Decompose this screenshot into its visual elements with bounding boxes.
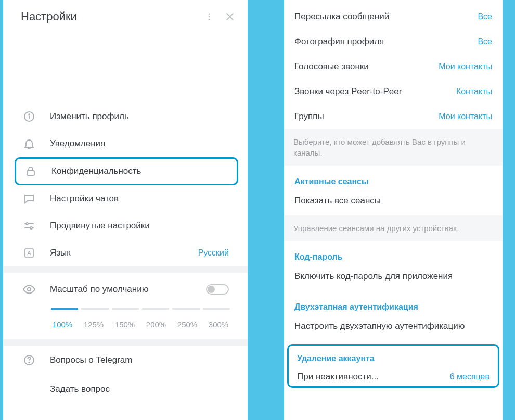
delete-inactivity-row[interactable]: При неактивности... 6 месяцев <box>289 366 498 384</box>
privacy-panel: Пересылка сообщений Все Фотография профи… <box>284 0 503 420</box>
settings-title: Настройки <box>21 10 196 23</box>
svg-point-12 <box>30 227 32 229</box>
language-icon: A <box>22 246 36 260</box>
passcode-head: Код-пароль <box>284 241 503 265</box>
row-value: Мои контакты <box>439 62 492 71</box>
menu-chat-settings[interactable]: Настройки чатов <box>3 185 248 212</box>
bell-icon <box>22 136 36 151</box>
zoom-pct[interactable]: 300% <box>203 320 234 329</box>
row-forwarding[interactable]: Пересылка сообщений Все <box>284 0 503 29</box>
svg-point-17 <box>29 362 30 363</box>
zoom-scale[interactable] <box>3 301 248 320</box>
row-label: Пересылка сообщений <box>294 11 478 22</box>
zoom-toggle[interactable] <box>206 284 229 295</box>
menu-privacy[interactable]: Конфиденциальность <box>15 157 238 185</box>
zoom-labels: 100% 125% 150% 200% 250% 300% <box>3 320 248 339</box>
zoom-pct[interactable]: 125% <box>78 320 109 329</box>
menu-label: Изменить профиль <box>50 111 235 122</box>
lock-icon <box>23 164 38 179</box>
svg-point-10 <box>26 223 28 225</box>
row-value: Мои контакты <box>439 112 492 121</box>
menu-label: Вопросы о Telegram <box>50 355 235 365</box>
svg-point-2 <box>209 19 210 20</box>
menu-label: Задать вопрос <box>50 384 235 394</box>
question-icon <box>22 353 36 367</box>
menu-ask[interactable]: Задать вопрос <box>3 375 248 404</box>
groups-hint: Выберите, кто может добавлять Вас в груп… <box>284 129 503 166</box>
menu-advanced[interactable]: Продвинутые настройки <box>3 212 248 239</box>
row-label: Звонки через Peer-to-Peer <box>294 86 456 97</box>
menu-label: Язык <box>50 248 198 258</box>
menu-notifications[interactable]: Уведомления <box>3 130 248 157</box>
language-value: Русский <box>198 248 229 258</box>
delete-head: Удаление аккаунта <box>289 346 498 366</box>
menu-edit-profile[interactable]: Изменить профиль <box>3 103 248 130</box>
menu-label: Настройки чатов <box>50 194 235 204</box>
zoom-pct[interactable]: 150% <box>109 320 140 329</box>
eye-icon <box>22 282 36 297</box>
menu-label: Продвинутые настройки <box>50 221 235 231</box>
menu-faq[interactable]: Вопросы о Telegram <box>3 346 248 375</box>
zoom-tick <box>172 308 199 310</box>
menu-label: Конфиденциальность <box>52 166 234 176</box>
zoom-pct[interactable]: 100% <box>47 320 78 329</box>
row-p2p[interactable]: Звонки через Peer-to-Peer Контакты <box>284 79 503 104</box>
show-all-sessions[interactable]: Показать все сеансы <box>284 189 503 215</box>
delete-account-block: Удаление аккаунта При неактивности... 6 … <box>287 344 499 388</box>
delete-label: При неактивности... <box>297 372 450 382</box>
enable-passcode[interactable]: Включить код-пароль для приложения <box>284 265 503 291</box>
svg-point-0 <box>209 13 210 15</box>
svg-point-7 <box>29 114 30 115</box>
zoom-pct[interactable]: 200% <box>140 320 172 329</box>
sessions-head: Активные сеансы <box>284 166 503 189</box>
zoom-pct[interactable]: 250% <box>172 320 203 329</box>
zoom-tick <box>203 308 230 310</box>
profile-spacer <box>3 33 248 103</box>
zoom-tick <box>51 308 78 310</box>
svg-point-1 <box>209 16 210 18</box>
row-value: Все <box>478 37 492 46</box>
setup-twofa[interactable]: Настроить двухэтапную аутентификацию <box>284 315 503 341</box>
delete-value: 6 месяцев <box>450 372 490 381</box>
twofa-head: Двухэтапная аутентификация <box>284 291 503 315</box>
close-icon[interactable] <box>223 9 237 24</box>
svg-rect-8 <box>27 171 34 175</box>
row-value: Все <box>478 12 492 21</box>
row-groups[interactable]: Группы Мои контакты <box>284 104 503 129</box>
menu-label: Уведомления <box>50 138 235 149</box>
settings-panel: Настройки Изменить профиль Уведомления К… <box>3 0 248 420</box>
settings-header: Настройки <box>3 0 248 33</box>
sessions-hint: Управление сеансами на других устройства… <box>284 215 503 241</box>
zoom-tick <box>142 308 169 310</box>
row-label: Голосовые звонки <box>294 61 439 72</box>
sliders-icon <box>22 219 36 233</box>
blank-icon <box>22 382 36 397</box>
info-icon <box>22 109 36 124</box>
zoom-label: Масштаб по умолчанию <box>50 284 206 295</box>
row-voice-calls[interactable]: Голосовые звонки Мои контакты <box>284 54 503 79</box>
menu-language[interactable]: A Язык Русский <box>3 239 248 266</box>
svg-point-15 <box>28 288 31 291</box>
more-icon[interactable] <box>202 9 216 24</box>
divider <box>3 339 248 346</box>
zoom-tick <box>81 308 108 310</box>
row-label: Группы <box>294 111 439 122</box>
row-label: Фотография профиля <box>294 36 478 47</box>
row-profile-photo[interactable]: Фотография профиля Все <box>284 29 503 54</box>
divider <box>3 266 248 273</box>
zoom-tick <box>112 308 139 310</box>
chat-icon <box>22 192 36 206</box>
svg-text:A: A <box>27 250 31 256</box>
zoom-row: Масштаб по умолчанию <box>3 273 248 301</box>
row-value: Контакты <box>456 87 492 96</box>
